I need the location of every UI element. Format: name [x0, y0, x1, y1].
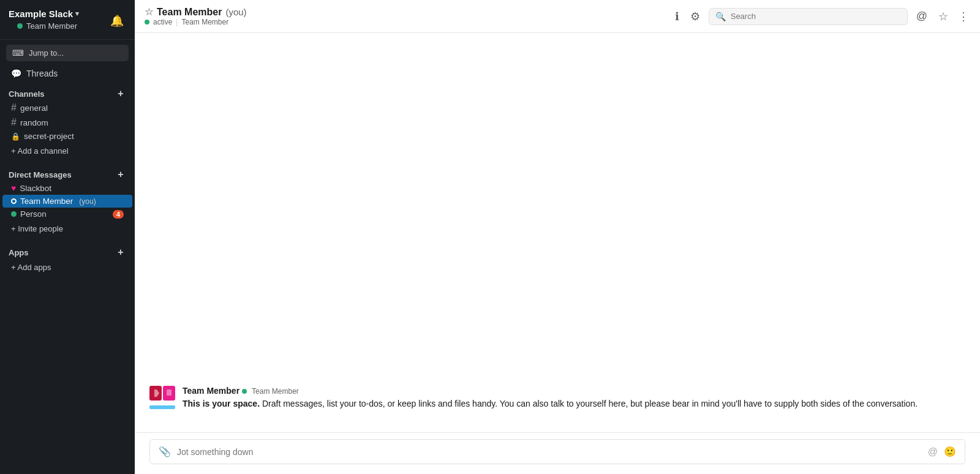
settings-button[interactable]: ⚙	[688, 7, 703, 26]
hash-icon: #	[11, 102, 17, 113]
lock-icon: 🔒	[11, 132, 20, 141]
add-channel-button[interactable]: + Add a channel	[2, 144, 132, 158]
channel-title: Team Member	[157, 7, 222, 18]
subtitle-name: Team Member	[181, 18, 228, 26]
avatar-stack	[149, 386, 175, 410]
invite-people-button[interactable]: + Invite people	[2, 222, 132, 236]
channels-label: Channels	[9, 89, 45, 99]
hash-icon: #	[11, 117, 17, 128]
active-label: active	[153, 18, 172, 26]
sidebar-item-secret-project[interactable]: 🔒 secret-project	[2, 130, 132, 143]
avatar-icons	[149, 386, 175, 401]
message-bold: This is your space.	[183, 399, 260, 408]
channels-section: Channels + # general # random 🔒 secret-p…	[0, 81, 135, 162]
more-button[interactable]: ⋮	[957, 10, 970, 23]
at-input-icon[interactable]: @	[928, 446, 938, 457]
message-input[interactable]	[177, 447, 922, 457]
direct-messages-label: Direct Messages	[9, 170, 72, 179]
team-member-label: Team Member	[20, 197, 73, 206]
star-button[interactable]: ☆	[145, 6, 153, 18]
message-input-box: 📎 @ 🙂	[149, 439, 965, 464]
main-content: ☆ Team Member (you) active | Team Member…	[135, 0, 980, 474]
avatar-icon-red	[149, 386, 162, 401]
threads-label: Threads	[26, 69, 58, 78]
team-member-status-dot	[11, 198, 17, 204]
threads-icon: 💬	[11, 69, 21, 78]
header-left: ☆ Team Member (you) active | Team Member	[145, 6, 247, 26]
add-apps-button[interactable]: + Add apps	[2, 260, 132, 274]
message-sub: Team Member	[252, 387, 299, 396]
apps-section: Apps + + Add apps	[0, 239, 135, 278]
you-label: (you)	[79, 197, 96, 206]
star-right-button[interactable]: ☆	[936, 7, 951, 26]
active-dot	[145, 20, 149, 24]
apps-header[interactable]: Apps +	[0, 246, 135, 259]
gear-icon: ⚙	[690, 10, 700, 23]
message-block: Team Member Team Member This is your spa…	[149, 386, 965, 410]
workspace-chevron: ▾	[75, 10, 79, 18]
person-label: Person	[20, 209, 47, 219]
jump-to-icon: ⌨	[12, 48, 24, 58]
person-status-dot	[11, 211, 17, 217]
direct-messages-section: Direct Messages + ♥ Slackbot Team Member…	[0, 162, 135, 239]
sidebar-item-slackbot[interactable]: ♥ Slackbot	[2, 181, 132, 195]
search-icon: 🔍	[715, 12, 726, 21]
sidebar: Example Slack ▾ Team Member 🔔 ⌨ Jump to.…	[0, 0, 135, 474]
message-body: Draft messages, list your to-dos, or kee…	[260, 399, 918, 408]
svg-rect-0	[167, 389, 172, 396]
search-bar[interactable]: 🔍	[709, 8, 908, 25]
avatar-stripe	[149, 405, 175, 409]
sidebar-item-person[interactable]: Person 4	[2, 208, 132, 220]
workspace-label: Example Slack	[9, 9, 73, 19]
message-content: Team Member Team Member This is your spa…	[183, 386, 965, 410]
slackbot-icon: ♥	[11, 183, 16, 193]
user-status-row: Team Member	[9, 21, 86, 33]
notifications-button[interactable]: 🔔	[108, 12, 126, 30]
you-badge: (you)	[225, 7, 246, 17]
at-button[interactable]: @	[914, 7, 930, 25]
message-meta: Team Member Team Member	[183, 386, 965, 396]
info-icon: ℹ	[675, 10, 679, 23]
jump-to-button[interactable]: ⌨ Jump to...	[6, 45, 129, 61]
apps-label: Apps	[9, 248, 29, 257]
channels-header[interactable]: Channels +	[0, 87, 135, 100]
channel-subtitle: active | Team Member	[145, 18, 247, 26]
add-dm-icon[interactable]: +	[115, 169, 126, 180]
emoji-input-icon[interactable]: 🙂	[944, 446, 956, 457]
chat-area: Team Member Team Member This is your spa…	[135, 33, 980, 432]
star-right-icon: ☆	[938, 10, 948, 23]
person-badge: 4	[113, 210, 124, 219]
direct-messages-header[interactable]: Direct Messages +	[0, 168, 135, 181]
channel-title-row: ☆ Team Member (you)	[145, 6, 247, 18]
add-channel-icon[interactable]: +	[115, 88, 126, 99]
sidebar-item-random[interactable]: # random	[2, 115, 132, 130]
more-icon: ⋮	[958, 10, 969, 23]
sidebar-item-general[interactable]: # general	[2, 100, 132, 115]
message-text: This is your space. Draft messages, list…	[183, 397, 965, 410]
at-icon: @	[916, 10, 927, 22]
main-header: ☆ Team Member (you) active | Team Member…	[135, 0, 980, 33]
message-author: Team Member	[183, 386, 247, 396]
sidebar-item-threads[interactable]: 💬 Threads	[2, 66, 132, 81]
user-online-dot	[17, 23, 23, 29]
header-right: ℹ ⚙ 🔍 @ ☆ ⋮	[673, 7, 970, 26]
jump-to-label: Jump to...	[29, 48, 64, 58]
channel-secret-label: secret-project	[24, 132, 74, 141]
channel-general-label: general	[20, 103, 48, 113]
workspace-header: Example Slack ▾ Team Member 🔔	[0, 0, 135, 40]
info-button[interactable]: ℹ	[673, 7, 682, 26]
search-input[interactable]	[731, 12, 901, 21]
channel-random-label: random	[20, 118, 48, 127]
add-app-icon[interactable]: +	[115, 247, 126, 258]
workspace-name-button[interactable]: Example Slack ▾	[9, 9, 86, 19]
avatar-icon-pink	[163, 386, 175, 401]
input-area: 📎 @ 🙂	[135, 432, 980, 474]
slackbot-label: Slackbot	[20, 184, 51, 193]
attachment-icon[interactable]: 📎	[159, 446, 171, 457]
sidebar-item-team-member[interactable]: Team Member (you)	[2, 195, 132, 208]
user-display-name: Team Member	[26, 21, 77, 31]
